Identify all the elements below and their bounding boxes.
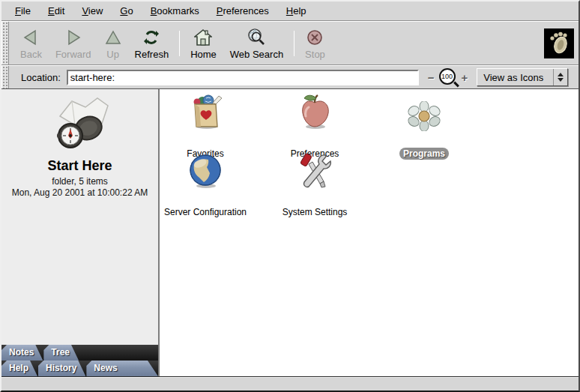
- dropdown-spinner-icon: [553, 69, 567, 85]
- chevron-up-icon: [558, 73, 564, 76]
- menu-go-rest: o: [127, 5, 133, 16]
- back-arrow-icon: [22, 27, 40, 48]
- icon-label-programs: Programs: [399, 148, 449, 160]
- locationbar-grip-handle[interactable]: [1, 66, 9, 88]
- gnome-foot-icon: [546, 28, 573, 58]
- menu-help-rest: elp: [293, 5, 306, 16]
- up-button[interactable]: Up: [98, 25, 128, 61]
- zoom-control: − 100 +: [425, 68, 471, 86]
- icon-server-configuration[interactable]: Server Configuration: [160, 151, 260, 218]
- zoom-in-button[interactable]: +: [459, 71, 471, 84]
- sidebar-info-panel: Start Here folder, 5 items Mon, Aug 20 2…: [1, 89, 158, 198]
- sidebar-title: Start Here: [1, 158, 158, 174]
- back-button[interactable]: Back: [13, 25, 49, 61]
- location-bar: Location: − 100 + View as Icons: [1, 65, 579, 88]
- menu-edit-rest: dit: [55, 5, 65, 16]
- refresh-button[interactable]: Refresh: [128, 25, 176, 61]
- zoom-level-indicator[interactable]: 100: [439, 68, 457, 86]
- web-search-button-label: Web Search: [230, 49, 283, 60]
- tab-help[interactable]: Help: [1, 361, 37, 376]
- preferences-apple-icon: [260, 92, 369, 131]
- throbber[interactable]: [544, 28, 574, 58]
- menu-view-mnemonic: V: [82, 5, 88, 16]
- menu-preferences[interactable]: Preferences: [211, 3, 275, 19]
- menu-view[interactable]: View: [76, 3, 109, 19]
- icon-label-server-configuration: Server Configuration: [160, 206, 250, 218]
- toolbar-separator: [179, 31, 180, 56]
- menu-edit-mnemonic: E: [48, 5, 55, 16]
- tab-notes[interactable]: Notes: [1, 345, 43, 361]
- forward-button[interactable]: Forward: [49, 25, 98, 61]
- up-button-label: Up: [106, 49, 119, 60]
- forward-button-label: Forward: [55, 49, 91, 60]
- menu-edit[interactable]: Edit: [42, 3, 70, 19]
- icon-preferences[interactable]: Preferences: [260, 92, 369, 160]
- forward-arrow-icon: [64, 27, 82, 48]
- sidebar-date: Mon, Aug 20 2001 at 10:00:22 AM: [1, 187, 158, 198]
- sidebar-tab-row-1: Notes Tree: [1, 345, 158, 361]
- tab-history[interactable]: History: [38, 361, 85, 376]
- view-mode-dropdown[interactable]: View as Icons: [477, 68, 568, 86]
- zoom-out-button[interactable]: −: [425, 71, 438, 84]
- tool-bar: Back Forward Up Refresh: [1, 21, 579, 65]
- menu-help-mnemonic: H: [286, 5, 293, 16]
- icon-favorites[interactable]: Favorites: [160, 92, 260, 160]
- favorites-bag-icon: [160, 92, 260, 131]
- menu-help[interactable]: Help: [280, 3, 312, 19]
- menu-file-mnemonic: F: [15, 5, 21, 16]
- start-here-compass-icon: [39, 142, 121, 154]
- location-input[interactable]: [67, 70, 419, 85]
- refresh-icon: [143, 27, 160, 48]
- stop-button-label: Stop: [305, 49, 325, 60]
- sidebar-tabs: Notes Tree Help History News: [1, 345, 158, 376]
- nautilus-window: File Edit View Go Bookmarks Preferences …: [0, 0, 580, 392]
- tab-news[interactable]: News: [86, 361, 158, 376]
- sidebar-folder-info: folder, 5 items: [1, 176, 158, 187]
- web-search-icon: [247, 27, 266, 48]
- menu-view-rest: iew: [88, 5, 103, 16]
- up-arrow-icon: [105, 27, 121, 48]
- location-label: Location:: [21, 72, 61, 83]
- menu-file-rest: ile: [21, 5, 31, 16]
- menu-go-mnemonic: G: [120, 5, 127, 16]
- home-button-label: Home: [190, 49, 217, 60]
- tab-tree[interactable]: Tree: [43, 345, 79, 361]
- web-search-button[interactable]: Web Search: [223, 25, 290, 61]
- home-button[interactable]: Home: [184, 25, 223, 61]
- system-tools-icon: [260, 151, 369, 190]
- icon-programs[interactable]: Programs: [369, 100, 479, 160]
- stop-button[interactable]: Stop: [298, 25, 332, 61]
- icon-system-settings[interactable]: System Settings: [260, 151, 369, 218]
- programs-flower-icon: [369, 100, 479, 131]
- sidebar: Start Here folder, 5 items Mon, Aug 20 2…: [1, 89, 160, 376]
- chevron-down-icon: [558, 78, 564, 82]
- menu-go[interactable]: Go: [114, 3, 139, 19]
- menu-bookmarks[interactable]: Bookmarks: [145, 3, 205, 19]
- status-bar: [1, 376, 579, 391]
- menu-file[interactable]: File: [9, 3, 37, 19]
- icon-label-system-settings: System Settings: [279, 206, 351, 218]
- menu-preferences-rest: references: [223, 5, 268, 16]
- stop-icon: [306, 27, 323, 48]
- main-area: Start Here folder, 5 items Mon, Aug 20 2…: [1, 88, 579, 376]
- sidebar-tab-row-2: Help History News: [1, 361, 158, 376]
- folder-view[interactable]: Favorites Preferences: [160, 89, 579, 376]
- toolbar-separator-2: [294, 31, 294, 56]
- back-button-label: Back: [20, 49, 42, 60]
- home-icon: [194, 27, 212, 48]
- toolbar-grip-handle[interactable]: [1, 22, 9, 64]
- view-mode-value: View as Icons: [483, 72, 553, 83]
- refresh-button-label: Refresh: [135, 49, 169, 60]
- menu-bar: File Edit View Go Bookmarks Preferences …: [1, 1, 579, 21]
- server-globe-icon: [160, 151, 260, 190]
- menu-bookmarks-rest: ookmarks: [157, 5, 199, 16]
